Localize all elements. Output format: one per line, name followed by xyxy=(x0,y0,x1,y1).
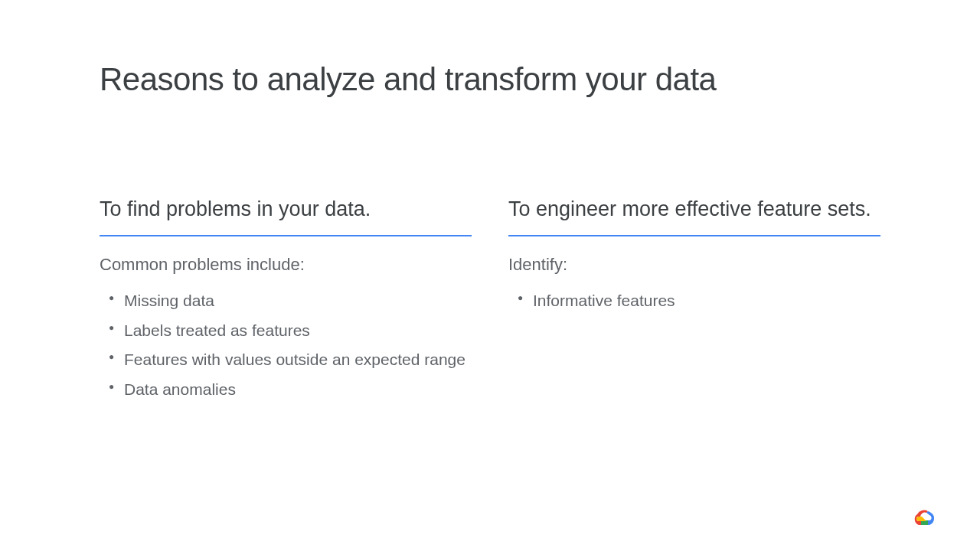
left-heading: To find problems in your data. xyxy=(100,197,472,236)
list-item: Labels treated as features xyxy=(100,318,472,344)
list-item: Missing data xyxy=(100,289,472,314)
list-item: Informative features xyxy=(508,289,880,314)
right-heading: To engineer more effective feature sets. xyxy=(508,197,880,236)
google-cloud-logo-icon xyxy=(911,504,936,528)
slide-container: Reasons to analyze and transform your da… xyxy=(0,0,980,406)
list-item: Features with values outside an expected… xyxy=(100,347,472,373)
slide-title: Reasons to analyze and transform your da… xyxy=(100,61,880,98)
left-subheading: Common problems include: xyxy=(100,255,472,275)
columns-container: To find problems in your data. Common pr… xyxy=(100,197,880,406)
right-subheading: Identify: xyxy=(508,255,880,275)
left-column: To find problems in your data. Common pr… xyxy=(100,197,472,406)
right-column: To engineer more effective feature sets.… xyxy=(508,197,880,406)
right-bullet-list: Informative features xyxy=(508,289,880,314)
left-bullet-list: Missing data Labels treated as features … xyxy=(100,289,472,402)
list-item: Data anomalies xyxy=(100,377,472,403)
